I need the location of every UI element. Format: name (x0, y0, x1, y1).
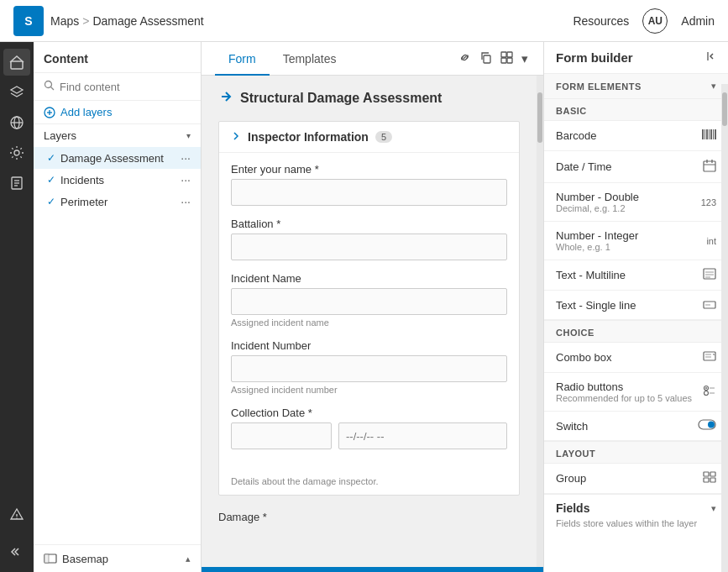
layer-item-perimeter[interactable]: ✓ Perimeter ··· (34, 191, 201, 213)
field-incident-name: Incident Name Assigned incident name (231, 272, 507, 328)
combobox-icon (703, 350, 716, 365)
field-input-incident-number[interactable] (231, 355, 507, 382)
layout-section-label: LAYOUT (544, 441, 728, 464)
layer-item-damage[interactable]: ✓ Damage Assessment ··· (34, 147, 201, 169)
basemap-label: Basemap (62, 553, 108, 565)
builder-item-number-double[interactable]: Number - Double Decimal, e.g. 1.2 123 (544, 183, 728, 222)
sidebar-icon-settings[interactable] (3, 139, 30, 166)
content-panel: Content Add layers Layers ▾ ✓ (34, 42, 202, 572)
form-section-inspector: Inspector Information 5 Enter your name … (218, 121, 520, 496)
damage-section-start: Damage * (218, 506, 520, 523)
svg-rect-26 (702, 129, 704, 139)
breadcrumb: Maps > Damage Assessment (50, 14, 204, 28)
sidebar-icon-alert[interactable] (3, 501, 30, 528)
section-title-inspector: Inspector Information (248, 130, 369, 144)
field-name: Enter your name * (231, 163, 507, 206)
breadcrumb-separator: > (82, 14, 89, 28)
avatar[interactable]: AU (642, 8, 668, 34)
svg-rect-21 (501, 52, 506, 57)
form-title-row: Structural Damage Assessment (218, 89, 520, 108)
sidebar-icon-layers[interactable] (3, 79, 30, 106)
builder-item-radio[interactable]: Radio buttons Recommended for up to 5 va… (544, 373, 728, 412)
header: S Maps > Damage Assessment Resources AU … (0, 0, 728, 42)
text-multiline-icon (703, 268, 716, 282)
builder-collapse-icon[interactable] (704, 50, 716, 65)
radio-icon (703, 385, 716, 399)
builder-item-group[interactable]: Group (544, 464, 728, 494)
field-date-row (231, 422, 507, 449)
builder-item-switch[interactable]: Switch (544, 412, 728, 441)
svg-point-54 (708, 422, 715, 428)
svg-rect-23 (501, 58, 506, 63)
layer-dots-menu[interactable]: ··· (181, 173, 191, 186)
breadcrumb-maps[interactable]: Maps (50, 14, 79, 28)
link-icon[interactable] (457, 50, 473, 68)
text-single-icon (703, 298, 716, 312)
layer-dots-menu[interactable]: ··· (181, 151, 191, 165)
field-input-name[interactable] (231, 179, 507, 206)
svg-point-12 (16, 517, 17, 518)
resources-link[interactable]: Resources (573, 14, 629, 28)
svg-rect-28 (706, 129, 708, 139)
sidebar-icon-globe[interactable] (3, 109, 30, 136)
field-input-battalion[interactable] (231, 234, 507, 260)
tab-form[interactable]: Form (215, 42, 270, 76)
damage-label: Damage * (218, 511, 520, 523)
form-section-hint: Details about the damage inspector. (219, 471, 519, 495)
form-tab-icons: ▾ (457, 50, 530, 68)
layer-check-icon: ✓ (47, 152, 55, 164)
builder-form-elements-header[interactable]: Form Elements ▾ (544, 74, 728, 99)
builder-panel: Form builder Form Elements ▾ BASIC Barco… (543, 42, 728, 572)
field-time-input[interactable] (338, 422, 507, 449)
form-content: Structural Damage Assessment Inspector I… (202, 76, 537, 567)
builder-item-combobox[interactable]: Combo box (544, 343, 728, 373)
svg-rect-29 (709, 129, 710, 139)
sidebar-icon-pages[interactable] (3, 170, 30, 197)
layers-section[interactable]: Layers ▾ (34, 124, 201, 147)
builder-item-number-integer[interactable]: Number - Integer Whole, e.g. 1 int (544, 222, 728, 260)
sidebar-icon-home[interactable] (3, 49, 30, 76)
sidebar-expand-button[interactable] (3, 538, 30, 565)
header-right: Resources AU Admin (573, 8, 715, 34)
layer-check-icon: ✓ (47, 196, 55, 207)
svg-rect-33 (704, 161, 715, 171)
header-left: S Maps > Damage Assessment (13, 6, 204, 36)
layer-dots-menu[interactable]: ··· (181, 195, 191, 208)
builder-item-text-multiline[interactable]: Text - Multiline (544, 260, 728, 291)
svg-rect-55 (704, 472, 709, 476)
svg-rect-31 (713, 129, 714, 139)
form-tabs: Form Templates (202, 42, 543, 76)
bottom-bar (202, 567, 543, 572)
form-scrollbar[interactable] (537, 76, 543, 567)
field-date-select[interactable] (231, 422, 332, 449)
basic-section-label: BASIC (544, 99, 728, 121)
form-elements-chevron-icon: ▾ (711, 81, 716, 92)
layer-item-incidents[interactable]: ✓ Incidents ··· (34, 169, 201, 191)
builder-scrollbar[interactable] (721, 84, 728, 572)
breadcrumb-current: Damage Assessment (92, 14, 203, 28)
svg-point-49 (705, 387, 707, 389)
dropdown-icon[interactable]: ▾ (520, 50, 530, 68)
builder-item-text-single[interactable]: Text - Single line (544, 291, 728, 320)
builder-item-barcode[interactable]: Barcode (544, 121, 728, 151)
form-wrapper: Form Templates (202, 42, 543, 572)
add-layers-button[interactable]: Add layers (34, 101, 201, 124)
builder-item-datetime[interactable]: Date / Time (544, 151, 728, 183)
admin-link[interactable]: Admin (681, 14, 715, 28)
svg-rect-56 (710, 472, 715, 476)
builder-title: Form builder (556, 50, 633, 65)
content-search-input[interactable] (60, 81, 191, 93)
barcode-icon (701, 129, 716, 143)
form-section-header-inspector[interactable]: Inspector Information 5 (219, 122, 519, 153)
grid-icon[interactable] (499, 50, 515, 68)
switch-icon (698, 419, 716, 433)
field-input-incident-name[interactable] (231, 288, 507, 315)
builder-scrollbar-thumb (722, 92, 727, 126)
fields-header[interactable]: Fields ▾ (556, 501, 716, 515)
field-label-collection-date: Collection Date * (231, 407, 507, 419)
tab-templates[interactable]: Templates (270, 42, 350, 76)
copy-icon[interactable] (478, 50, 494, 68)
layers-chevron-icon: ▾ (186, 131, 191, 140)
svg-point-13 (45, 81, 52, 88)
app-logo[interactable]: S (13, 6, 44, 36)
